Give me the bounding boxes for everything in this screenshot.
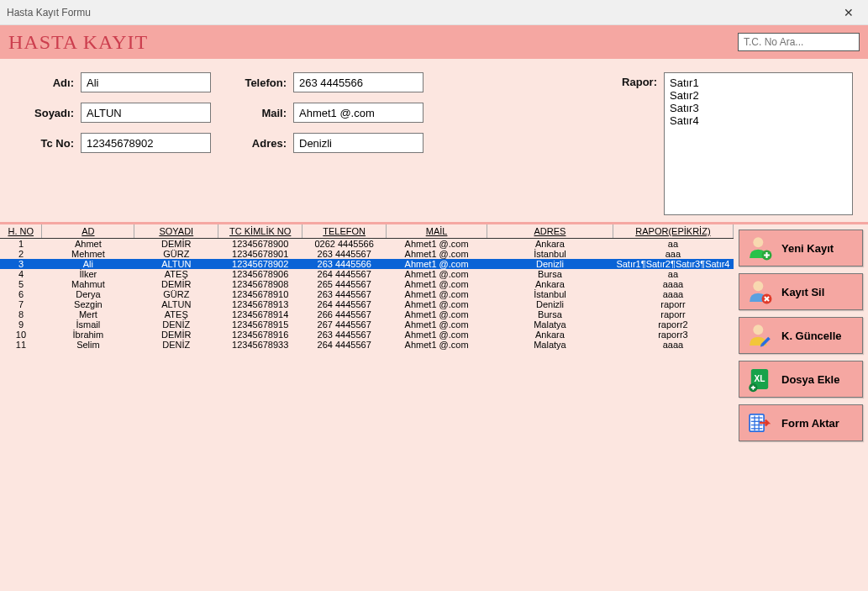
col-soyadi[interactable]: SOYADI	[134, 224, 218, 239]
cell-tel[interactable]: 263 4445567	[302, 289, 387, 299]
add-file-button[interactable]: XL Dosya Ekle	[739, 361, 863, 398]
cell-no[interactable]: 7	[0, 299, 42, 309]
input-adres[interactable]	[293, 133, 423, 153]
cell-rapor[interactable]: raporr3	[613, 330, 733, 340]
col-no[interactable]: H. NO	[0, 224, 42, 239]
cell-rapor[interactable]: raporr	[613, 299, 733, 309]
cell-tel[interactable]: 263 4445567	[302, 249, 387, 259]
cell-rapor[interactable]: raporr2	[613, 319, 733, 330]
cell-adres[interactable]: Ankara	[487, 239, 613, 250]
new-record-button[interactable]: Yeni Kayıt	[739, 230, 863, 266]
cell-tc[interactable]: 12345678914	[218, 309, 302, 319]
cell-soyadi[interactable]: GÜRZ	[134, 289, 218, 299]
cell-ad[interactable]: Ali	[42, 259, 134, 269]
table-row[interactable]: 2MehmetGÜRZ12345678901263 4445567Ahmet1 …	[0, 249, 734, 259]
cell-no[interactable]: 5	[0, 279, 42, 289]
col-tel[interactable]: TELEFON	[302, 224, 387, 239]
cell-tc[interactable]: 12345678906	[218, 269, 302, 279]
cell-mail[interactable]: Ahmet1 @.com	[387, 289, 487, 299]
cell-tel[interactable]: 266 4445567	[302, 309, 387, 319]
cell-tel[interactable]: 264 4445567	[302, 269, 387, 279]
input-tcno[interactable]	[81, 133, 211, 153]
cell-ad[interactable]: İsmail	[42, 319, 134, 330]
cell-adres[interactable]: İstanbul	[487, 289, 613, 299]
cell-soyadi[interactable]: ATEŞ	[134, 269, 218, 279]
cell-rapor[interactable]: aaaa	[613, 289, 733, 299]
cell-rapor[interactable]: aa	[613, 269, 733, 279]
cell-rapor[interactable]: aaaa	[613, 279, 733, 289]
cell-no[interactable]: 6	[0, 289, 42, 299]
cell-adres[interactable]: Denizli	[487, 299, 613, 309]
cell-rapor[interactable]: Satır1¶Satır2¶Satır3¶Satır4	[613, 259, 733, 269]
input-adi[interactable]	[81, 72, 211, 92]
cell-rapor[interactable]: aa	[613, 239, 733, 250]
cell-tc[interactable]: 12345678901	[218, 249, 302, 259]
close-icon[interactable]: ✕	[836, 6, 861, 19]
cell-ad[interactable]: İlker	[42, 269, 134, 279]
cell-tc[interactable]: 12345678902	[218, 259, 302, 269]
cell-ad[interactable]: Derya	[42, 289, 134, 299]
cell-tc[interactable]: 12345678908	[218, 279, 302, 289]
tc-search-input[interactable]	[738, 33, 860, 51]
input-rapor[interactable]	[664, 72, 853, 215]
table-row[interactable]: 9İsmailDENİZ12345678915267 4445567Ahmet1…	[0, 319, 734, 330]
delete-record-button[interactable]: Kayıt Sil	[739, 273, 863, 310]
cell-rapor[interactable]: aaa	[613, 249, 733, 259]
col-rapor[interactable]: RAPOR(EPİKRİZ)	[613, 224, 733, 239]
cell-tc[interactable]: 12345678915	[218, 319, 302, 330]
table-row[interactable]: 4İlkerATEŞ12345678906264 4445567Ahmet1 @…	[0, 269, 734, 279]
cell-tc[interactable]: 12345678933	[218, 340, 302, 350]
cell-soyadi[interactable]: ALTUN	[134, 299, 218, 309]
cell-no[interactable]: 1	[0, 239, 42, 250]
cell-ad[interactable]: İbrahim	[42, 330, 134, 340]
update-record-button[interactable]: K. Güncelle	[739, 317, 863, 354]
cell-tc[interactable]: 12345678916	[218, 330, 302, 340]
col-mail[interactable]: MAİL	[387, 224, 487, 239]
cell-mail[interactable]: Ahmet1 @.com	[387, 269, 487, 279]
cell-adres[interactable]: İstanbul	[487, 249, 613, 259]
col-adres[interactable]: ADRES	[487, 224, 613, 239]
cell-tel[interactable]: 0262 4445566	[302, 239, 387, 250]
cell-tel[interactable]: 263 4445566	[302, 259, 387, 269]
input-telefon[interactable]	[293, 72, 423, 92]
table-row[interactable]: 1AhmetDEMİR123456789000262 4445566Ahmet1…	[0, 239, 734, 250]
cell-adres[interactable]: Malatya	[487, 319, 613, 330]
table-row[interactable]: 8MertATEŞ12345678914266 4445567Ahmet1 @.…	[0, 309, 734, 319]
export-form-button[interactable]: Form Aktar	[739, 404, 863, 441]
cell-soyadi[interactable]: DENİZ	[134, 319, 218, 330]
cell-ad[interactable]: Mahmut	[42, 279, 134, 289]
cell-no[interactable]: 8	[0, 309, 42, 319]
cell-adres[interactable]: Denizli	[487, 259, 613, 269]
cell-tel[interactable]: 264 4445567	[302, 299, 387, 309]
cell-tel[interactable]: 267 4445567	[302, 319, 387, 330]
table-row[interactable]: 11SelimDENİZ12345678933264 4445567Ahmet1…	[0, 340, 734, 350]
cell-no[interactable]: 11	[0, 340, 42, 350]
cell-adres[interactable]: Ankara	[487, 330, 613, 340]
cell-tel[interactable]: 265 4445567	[302, 279, 387, 289]
cell-mail[interactable]: Ahmet1 @.com	[387, 309, 487, 319]
cell-soyadi[interactable]: GÜRZ	[134, 249, 218, 259]
input-mail[interactable]	[293, 103, 423, 123]
table-row[interactable]: 7SezginALTUN12345678913264 4445567Ahmet1…	[0, 299, 734, 309]
input-soyadi[interactable]	[81, 103, 211, 123]
cell-soyadi[interactable]: DEMİR	[134, 279, 218, 289]
cell-soyadi[interactable]: DEMİR	[134, 330, 218, 340]
cell-ad[interactable]: Selim	[42, 340, 134, 350]
cell-rapor[interactable]: raporr	[613, 309, 733, 319]
cell-ad[interactable]: Ahmet	[42, 239, 134, 250]
cell-tel[interactable]: 263 4445567	[302, 330, 387, 340]
col-tc[interactable]: TC KİMLİK NO	[218, 224, 302, 239]
cell-tc[interactable]: 12345678900	[218, 239, 302, 250]
cell-adres[interactable]: Bursa	[487, 309, 613, 319]
cell-adres[interactable]: Bursa	[487, 269, 613, 279]
cell-adres[interactable]: Ankara	[487, 279, 613, 289]
cell-soyadi[interactable]: DEMİR	[134, 239, 218, 250]
cell-ad[interactable]: Sezgin	[42, 299, 134, 309]
cell-no[interactable]: 4	[0, 269, 42, 279]
cell-soyadi[interactable]: ATEŞ	[134, 309, 218, 319]
cell-no[interactable]: 2	[0, 249, 42, 259]
cell-tel[interactable]: 264 4445567	[302, 340, 387, 350]
cell-soyadi[interactable]: ALTUN	[134, 259, 218, 269]
cell-mail[interactable]: Ahmet1 @.com	[387, 299, 487, 309]
cell-mail[interactable]: Ahmet1 @.com	[387, 249, 487, 259]
